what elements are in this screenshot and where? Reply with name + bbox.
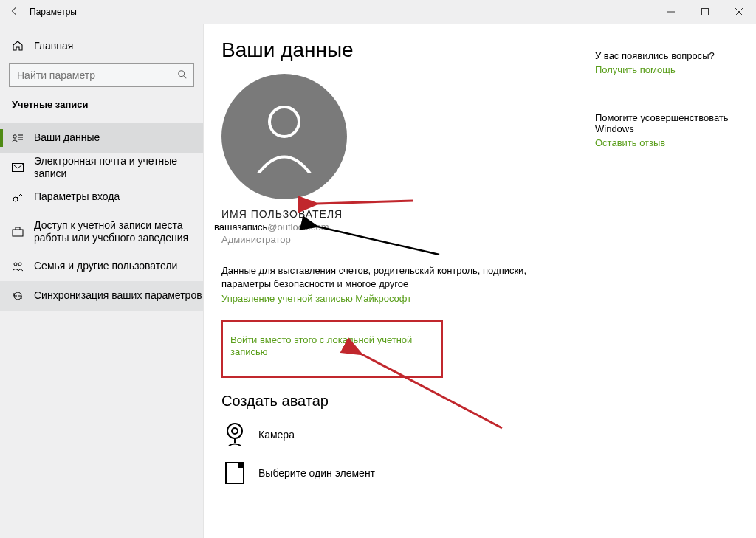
browse-label: Выберите один элемент [258, 467, 375, 479]
search-icon [177, 69, 188, 82]
svg-point-18 [227, 424, 242, 438]
nav-email-accounts[interactable]: Электронная почта и учетные записи [0, 153, 203, 182]
svg-line-13 [21, 194, 22, 196]
nav-label: Параметры входа [34, 190, 120, 204]
username-text: ИМЯ ПОЛЬЗОВАТЕЛЯ [221, 208, 756, 220]
titlebar: Параметры [0, 0, 756, 24]
camera-option[interactable]: Камера [221, 421, 756, 448]
help-question-2: Помогите усовершенствовать Windows [595, 112, 735, 134]
nav-family[interactable]: Семья и другие пользователи [0, 252, 203, 281]
main-content: Ваши данные ИМЯ ПОЛЬЗОВАТЕЛЯ вашазапись@… [204, 24, 756, 538]
email-local: вашазапись [214, 221, 267, 232]
help-question-1: У вас появились вопросы? [595, 50, 735, 61]
window-title: Параметры [30, 7, 77, 17]
get-help-link[interactable]: Получить помощь [595, 64, 735, 75]
section-title: Учетные записи [0, 94, 203, 116]
role-text: Администратор [221, 234, 756, 245]
nav-label: Ваши данные [34, 131, 100, 145]
nav-signin-options[interactable]: Параметры входа [0, 182, 203, 212]
nav-label: Семья и другие пользователи [34, 260, 177, 273]
svg-point-19 [232, 428, 238, 434]
avatar [221, 74, 347, 199]
email-text: вашазапись@outlook.com [214, 221, 756, 232]
local-login-link[interactable]: Войти вместо этого с локальной учетной з… [230, 334, 412, 357]
back-button[interactable] [0, 6, 30, 18]
home-icon [12, 40, 24, 52]
key-icon [12, 191, 24, 203]
account-description: Данные для выставления счетов, родительс… [221, 264, 532, 290]
briefcase-icon [12, 226, 24, 238]
search-input[interactable] [16, 69, 177, 82]
svg-line-5 [184, 75, 187, 78]
sync-icon [12, 290, 24, 302]
nav-sync[interactable]: Синхронизация ваших параметров [0, 281, 203, 311]
people-icon [12, 261, 24, 272]
svg-rect-14 [13, 230, 23, 236]
minimize-button[interactable] [654, 0, 688, 24]
create-avatar-heading: Создать аватар [221, 393, 756, 410]
home-button[interactable]: Главная [0, 31, 203, 61]
mail-icon [12, 162, 24, 173]
user-card-icon [12, 132, 24, 144]
nav-your-info[interactable]: Ваши данные [0, 123, 203, 153]
svg-point-6 [13, 135, 16, 138]
nav-label: Доступ к учетной записи места работы или… [34, 219, 203, 245]
email-domain: @outlook.com [267, 221, 329, 232]
browse-option[interactable]: Выберите один элемент [221, 460, 756, 486]
svg-point-16 [18, 263, 21, 266]
home-label: Главная [34, 40, 73, 52]
svg-rect-10 [13, 164, 24, 172]
camera-icon [221, 421, 248, 448]
maximize-button[interactable] [688, 0, 722, 24]
search-input-wrapper[interactable] [9, 63, 194, 87]
help-pane: У вас появились вопросы? Получить помощь… [595, 50, 735, 148]
svg-point-4 [179, 70, 185, 76]
svg-rect-1 [702, 9, 709, 15]
close-button[interactable] [722, 0, 756, 24]
feedback-link[interactable]: Оставить отзыв [595, 137, 735, 148]
svg-point-15 [14, 263, 17, 266]
manage-account-link[interactable]: Управление учетной записью Майкрософт [221, 293, 756, 304]
user-silhouette-icon [251, 100, 317, 173]
sidebar: Главная Учетные записи Ваши данные [0, 24, 204, 538]
nav-label: Электронная почта и учетные записи [34, 155, 203, 181]
browse-icon [221, 460, 248, 486]
nav-label: Синхронизация ваших параметров [34, 289, 202, 303]
local-account-highlight: Войти вместо этого с локальной учетной з… [221, 320, 443, 378]
camera-label: Камера [258, 429, 295, 441]
svg-rect-22 [238, 463, 244, 468]
nav-work-school[interactable]: Доступ к учетной записи места работы или… [0, 212, 203, 252]
svg-point-17 [269, 107, 299, 137]
